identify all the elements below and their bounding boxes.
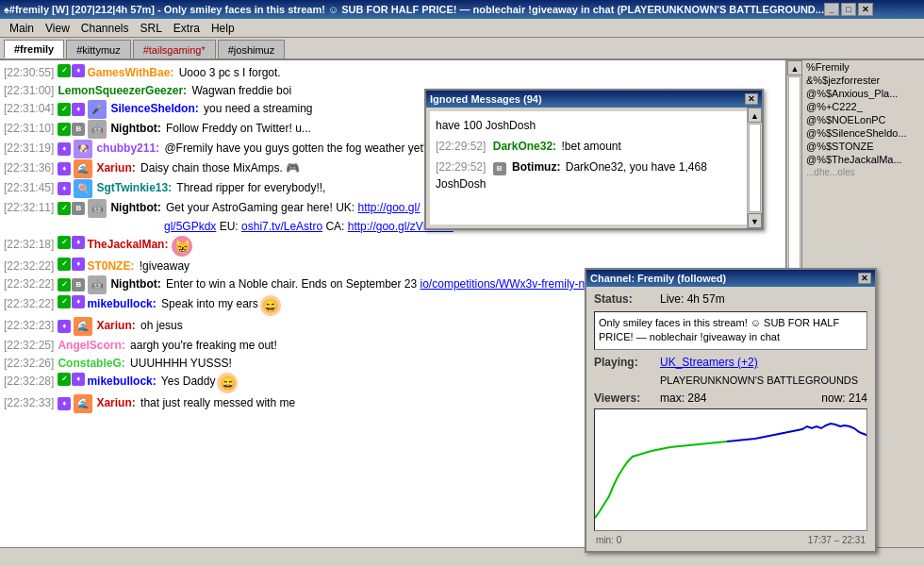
sidebar-user[interactable]: ...dhe...oles xyxy=(802,166,924,178)
sidebar-user[interactable]: @%$SilenceSheldo... xyxy=(802,126,924,140)
sidebar-user[interactable]: @%+C222_ xyxy=(802,100,924,113)
sub-badge: ♦ xyxy=(72,295,85,308)
close-button[interactable]: ✕ xyxy=(858,3,873,16)
menu-help[interactable]: Help xyxy=(206,20,240,37)
menu-main[interactable]: Main xyxy=(4,20,40,37)
chat-line: [22:32:18] ✓ ♦ TheJackalMan: 😸 xyxy=(4,236,782,257)
tab-joshimuz[interactable]: #joshimuz xyxy=(218,40,286,58)
playing-row: Playing: UK_Streamers (+2) xyxy=(594,356,867,369)
viewers-max: max: 284 xyxy=(660,391,706,405)
badges: ♦ 🌊 xyxy=(58,317,94,336)
timestamp: [22:32:23] xyxy=(4,317,54,334)
ignored-popup: Ignored Messages (94) ✕ have 100 JoshDos… xyxy=(424,89,764,230)
timestamp: [22:31:00] xyxy=(4,82,54,99)
maximize-button[interactable]: □ xyxy=(841,3,856,16)
avatar: 🤖 xyxy=(88,120,107,139)
viewers-label: Viewers: xyxy=(594,391,660,405)
graph-time-label: 17:37 – 22:31 xyxy=(808,535,866,545)
channel-close-button[interactable]: ✕ xyxy=(858,273,871,284)
menu-channels[interactable]: Channels xyxy=(75,20,135,37)
username: Nightbot: xyxy=(110,275,160,292)
ignored-scroll-down[interactable]: ▼ xyxy=(748,213,762,228)
badges: ✓ ♦ xyxy=(58,258,85,271)
title-text: #fremily [W] [207|212|4h 57m] - Only smi… xyxy=(9,4,824,15)
astro-link-uk[interactable]: http://goo.gl/ xyxy=(357,201,420,214)
username: Botimuz: xyxy=(512,160,560,174)
playing-game: PLAYERUNKNOWN'S BATTLEGROUNDS xyxy=(594,375,867,386)
timestamp: [22:32:25] xyxy=(4,337,54,354)
tab-kittymuz[interactable]: #kittymuz xyxy=(66,40,130,58)
menu-extra[interactable]: Extra xyxy=(168,20,206,37)
status-label: Status: xyxy=(594,292,660,306)
viewers-row: Viewers: max: 284 now: 214 xyxy=(594,391,867,405)
tab-fremily[interactable]: #fremily xyxy=(4,40,64,58)
sidebar-user[interactable]: %Fremily xyxy=(802,60,924,74)
timestamp: [22:32:22] xyxy=(4,295,54,312)
avatar: 😸 xyxy=(172,236,192,257)
sub-badge: ♦ xyxy=(58,142,71,156)
minimize-button[interactable]: _ xyxy=(824,3,839,16)
graph-min-label: min: 0 xyxy=(596,535,621,545)
sidebar-user[interactable]: @%$Anxious_Pla... xyxy=(802,87,924,100)
message-text: oh jesus xyxy=(138,317,183,334)
ignored-scrollbar: ▲ ▼ xyxy=(747,108,762,228)
message-text: Yes Daddy xyxy=(158,373,216,390)
main-layout: [22:30:55] ✓ ♦ GamesWithBae: Uooo 3 pc s… xyxy=(0,60,924,566)
scrollbar-up[interactable]: ▲ xyxy=(787,60,802,75)
avatar: 🌊 xyxy=(74,317,92,336)
viewers-values: max: 284 now: 214 xyxy=(660,391,867,405)
username: SilenceSheldon: xyxy=(110,100,198,117)
avatar: 😄 xyxy=(260,295,281,316)
menu-srl[interactable]: SRL xyxy=(135,20,168,37)
sub-badge: ♦ xyxy=(58,397,71,410)
playing-label: Playing: xyxy=(594,356,660,369)
username: SgtTwinkie13: xyxy=(96,179,172,196)
sub-badge: ♦ xyxy=(72,236,85,249)
ignored-scroll-up[interactable]: ▲ xyxy=(748,108,762,123)
timestamp: [22:29:52] xyxy=(436,140,486,153)
mod-badge: ✓ xyxy=(58,202,71,215)
playing-link[interactable]: UK_Streamers (+2) xyxy=(660,356,758,369)
blue-line xyxy=(727,424,867,441)
sidebar-user[interactable]: @%$STONZE xyxy=(802,140,924,153)
username: TheJackalMan: xyxy=(87,236,168,253)
sidebar-user[interactable]: @%$TheJackalMa... xyxy=(802,153,924,166)
graph-labels: min: 0 17:37 – 22:31 xyxy=(594,535,867,545)
message-text: that just really messed with me xyxy=(138,394,295,411)
astro-link-eu[interactable]: oshi7.tv/LeAstro xyxy=(241,220,322,233)
message-text: @Fremily have you guys gotten the fog we… xyxy=(161,140,429,157)
message-text: Thread ripper for everybody!!, xyxy=(173,179,325,196)
channel-popup: Channel: Fremily (followed) ✕ Status: Li… xyxy=(585,268,877,553)
avatar: 🐶 xyxy=(74,140,92,158)
ignored-content[interactable]: have 100 JoshDosh [22:29:52] DarkOne32: … xyxy=(430,111,758,225)
ignored-text: !bet amount xyxy=(561,140,620,153)
ignored-line: [22:29:52] DarkOne32: !bet amount xyxy=(436,138,752,155)
badges: ✓ ♦ xyxy=(58,236,85,249)
mod-badge: ✓ xyxy=(58,295,71,308)
sidebar-user[interactable]: @%$NOELonPC xyxy=(802,113,924,126)
status-value: Live: 4h 57m xyxy=(660,292,867,306)
bot-badge: B xyxy=(72,278,85,291)
ignored-scroll-track[interactable] xyxy=(749,124,761,212)
badges: ✓ ♦ xyxy=(58,295,85,308)
viewers-now: now: 214 xyxy=(821,391,867,405)
channel-title-text: Channel: Fremily (followed) xyxy=(590,273,858,284)
timestamp: [22:31:45] xyxy=(4,179,54,196)
mod-badge: ✓ xyxy=(58,278,71,291)
tab-tailsgaming[interactable]: #tailsgaming* xyxy=(133,40,216,58)
bot-badge: B xyxy=(493,162,506,175)
menu-view[interactable]: View xyxy=(40,20,75,37)
badges: ♦ 🌊 xyxy=(58,394,94,413)
timestamp: [22:31:36] xyxy=(4,159,54,176)
sidebar-user[interactable]: &%$jezforrester xyxy=(802,74,924,87)
username: GamesWithBae: xyxy=(87,64,173,81)
timestamp: [22:31:10] xyxy=(4,120,54,137)
timestamp: [22:32:18] xyxy=(4,236,54,253)
astro-link-uk2[interactable]: gl/5GPkdx xyxy=(164,220,216,233)
message-text: !giveaway xyxy=(136,258,190,275)
message-text: Get your AstroGaming gear here! UK: http… xyxy=(163,199,421,216)
timestamp: [22:32:22] xyxy=(4,258,54,275)
ignored-close-button[interactable]: ✕ xyxy=(745,93,758,105)
username: mikebullock: xyxy=(87,373,156,390)
title-bar: ♠ #fremily [W] [207|212|4h 57m] - Only s… xyxy=(0,0,924,19)
